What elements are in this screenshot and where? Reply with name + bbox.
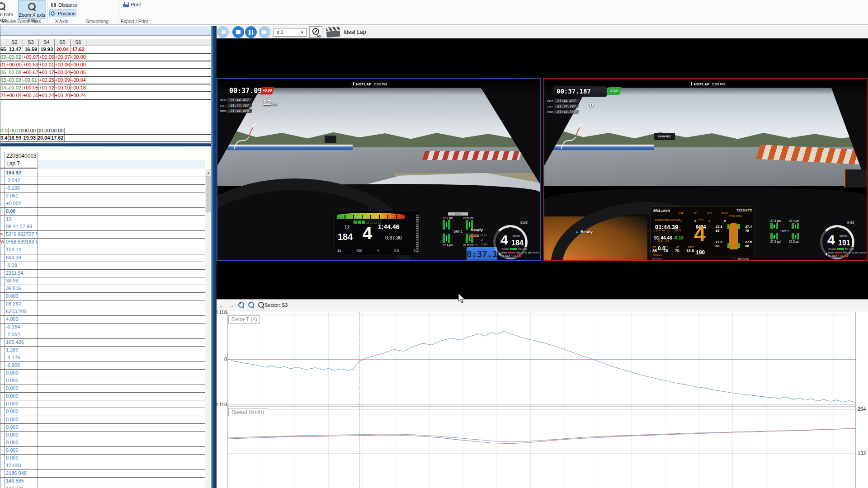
- column-header-s6[interactable]: S6: [71, 39, 86, 46]
- rewind-button[interactable]: [217, 26, 229, 38]
- telemetry-row[interactable]: 0.000: [0, 408, 205, 416]
- telemetry-row[interactable]: 146.585: [0, 478, 205, 485]
- telemetry-row[interactable]: 28.262: [0, 300, 205, 308]
- telemetry-row[interactable]: 38.99: [0, 277, 205, 285]
- sector-table-row[interactable]: 06-00.08+00.67+00.17+00.04+00.05: [0, 69, 212, 77]
- telemetry-row[interactable]: 0.000: [0, 416, 205, 424]
- telemetry-row[interactable]: 4.000: [0, 316, 205, 324]
- telemetry-row[interactable]: 0.000: [0, 447, 205, 455]
- telemetry-row[interactable]: -0.29: [0, 262, 205, 270]
- sector-table-row[interactable]: 03-00.02+00.07+00.06+00.07+00.00: [0, 54, 212, 61]
- telemetry-row[interactable]: 0.000: [0, 400, 205, 408]
- column-header-s3[interactable]: S3: [23, 39, 39, 46]
- telemetry-row[interactable]: 0.000: [0, 385, 205, 393]
- tire-rl-psi: 27.4 psi: [443, 244, 453, 247]
- telemetry-row[interactable]: 1.289: [0, 347, 205, 354]
- column-header-s4[interactable]: S4: [39, 39, 55, 46]
- sector-table-row[interactable]: 03-00.02+00.05+00.12+00.10+00.18: [0, 84, 212, 92]
- telemetry-row[interactable]: 0.000: [0, 455, 205, 462]
- scroll-up-arrow[interactable]: ▲: [205, 169, 212, 177]
- telemetry-row[interactable]: N52°0.962737 N: [0, 231, 205, 239]
- vertical-scrollbar[interactable]: ▲: [205, 169, 212, 488]
- telemetry-row[interactable]: 12: [0, 216, 205, 223]
- telemetry-row[interactable]: 104.14: [0, 246, 205, 254]
- abs-label: ABS: [707, 212, 712, 215]
- telemetry-row[interactable]: 0.000: [0, 393, 205, 400]
- telemetry-row[interactable]: W0°58.539183 W: [0, 239, 205, 246]
- position-menu-item[interactable]: Position: [49, 9, 76, 17]
- channel-value: 12: [5, 216, 38, 223]
- channel-fragment: [0, 308, 5, 315]
- telemetry-row[interactable]: 0.000: [0, 293, 205, 300]
- panel-splitter[interactable]: [0, 143, 212, 146]
- telemetry-row[interactable]: 0.000: [0, 439, 205, 447]
- sector-cell: +00.24: [39, 92, 55, 99]
- telemetry-row[interactable]: -4.129: [0, 354, 205, 362]
- row-fill: [38, 246, 205, 253]
- sector-cell: +00.00: [71, 61, 86, 68]
- sector-table-row[interactable]: 01+00.00+00.69+00.01+00.06+00.00: [0, 61, 212, 69]
- telemetry-row[interactable]: 36.516: [0, 285, 205, 293]
- telemetry-row[interactable]: 2311.54: [0, 270, 205, 277]
- print-button[interactable]: Print: [123, 1, 148, 9]
- hd-gauge-button[interactable]: HD: [309, 26, 322, 38]
- channel-fragment: [0, 216, 5, 223]
- front-tire-bars: [770, 223, 799, 229]
- zoom-both-axes-button[interactable]: Zoom both axes: [0, 0, 16, 19]
- telemetry-row[interactable]: 12.000: [0, 462, 205, 470]
- telemetry-row[interactable]: 184.92: [0, 169, 205, 177]
- telemetry-row[interactable]: 564.39: [0, 254, 205, 262]
- summary-table-row[interactable]: 3.4716.5919.9320.0417.62: [0, 135, 212, 142]
- telemetry-row[interactable]: -0.196: [0, 185, 205, 192]
- telemetry-row[interactable]: 0.000: [0, 424, 205, 432]
- telemetry-row[interactable]: +0.002: [0, 200, 205, 208]
- playback-speed-select[interactable]: x 1 ▼: [274, 28, 307, 37]
- sector-table-row[interactable]: 6513.4716.5919.9320.0417.62: [0, 46, 212, 54]
- channel-value: 12.000: [5, 462, 38, 469]
- zoom-out-icon[interactable]: −: [248, 302, 255, 309]
- column-header-s2[interactable]: S2: [6, 39, 23, 46]
- zoom-x-axis-only-button[interactable]: Zoom X axis only: [18, 0, 46, 19]
- zoom-in-icon[interactable]: +: [238, 302, 245, 309]
- last-label: LAST: [547, 105, 553, 108]
- chart-cursor-line[interactable]: [359, 312, 359, 488]
- fast-forward-button[interactable]: [259, 26, 270, 38]
- telemetry-row[interactable]: 0.00: [0, 208, 205, 216]
- telemetry-row[interactable]: 09:41:27.99: [0, 223, 205, 231]
- pause-button[interactable]: [245, 26, 257, 38]
- telemetry-row[interactable]: 105.426: [0, 339, 205, 347]
- speed-chart[interactable]: [227, 406, 856, 488]
- telemetry-row[interactable]: 2.051: [0, 192, 205, 200]
- stop-button[interactable]: [232, 26, 244, 38]
- scrollbar-thumb[interactable]: [206, 177, 211, 212]
- channel-fragment: [0, 393, 5, 400]
- gauge-speed: 184: [511, 239, 524, 247]
- print-icon: [123, 2, 130, 8]
- summary-table-row[interactable]: 0.08-00.0100.0000.0000.00: [0, 128, 212, 135]
- telemetry-row[interactable]: -0.909: [0, 362, 205, 370]
- zoom-reset-icon[interactable]: [258, 302, 265, 309]
- sector-table-row[interactable]: 21+00.04+00.30+00.24+00.20+00.24: [0, 92, 212, 100]
- telemetry-row[interactable]: 0.000: [0, 377, 205, 385]
- telemetry-row[interactable]: -2.042: [0, 177, 205, 185]
- channel-fragment: [0, 385, 5, 392]
- column-header-s5[interactable]: S5: [55, 39, 71, 46]
- telemetry-row[interactable]: 0.000: [0, 432, 205, 439]
- telemetry-row[interactable]: -0.154: [0, 324, 205, 331]
- window-splitter[interactable]: [211, 26, 217, 488]
- telemetry-row[interactable]: 142.731: [0, 485, 205, 488]
- pan-left-icon[interactable]: ←: [218, 301, 225, 309]
- telemetry-row[interactable]: 0.000: [0, 370, 205, 377]
- chevron-down-icon: ▼: [300, 29, 304, 37]
- sector-table-row[interactable]: 03-00.03-00.01+00.25+00.09+00.04: [0, 77, 212, 84]
- telemetry-row[interactable]: 6203.200: [0, 308, 205, 316]
- channel-fragment: [0, 470, 5, 477]
- telemetry-row[interactable]: 2186.048: [0, 470, 205, 478]
- distance-menu-item[interactable]: Distance: [50, 1, 76, 9]
- row-fill: [38, 285, 205, 292]
- pan-right-icon[interactable]: →: [227, 301, 234, 309]
- position-icon: [50, 10, 56, 16]
- delta-chart[interactable]: [227, 312, 856, 406]
- clapperboard-icon[interactable]: [326, 27, 340, 38]
- telemetry-row[interactable]: -2.054: [0, 331, 205, 339]
